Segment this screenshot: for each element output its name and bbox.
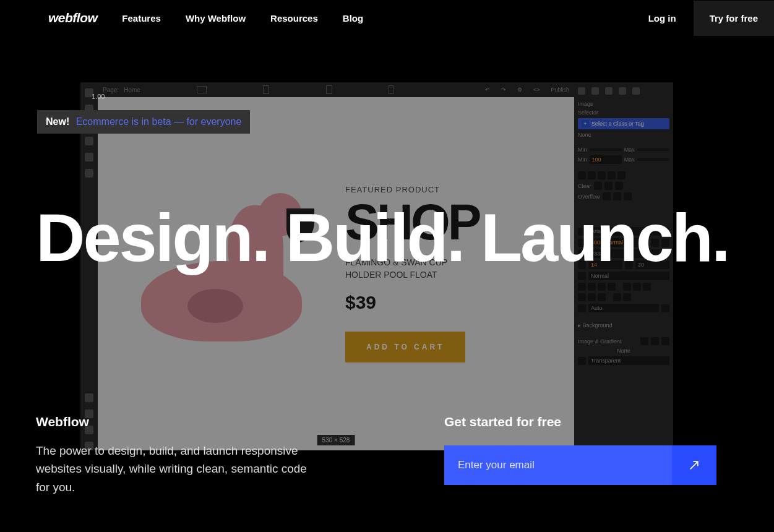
device-tablet-icon[interactable] <box>263 85 269 94</box>
export-icon[interactable]: ⚙ <box>517 87 522 93</box>
effects-tab-icon[interactable] <box>632 87 640 95</box>
align-c-icon[interactable] <box>588 283 596 291</box>
assets-icon[interactable] <box>85 153 93 161</box>
disp-none-icon[interactable] <box>617 171 626 179</box>
nav-link-features[interactable]: Features <box>122 13 161 24</box>
selector-label: Selector <box>578 109 669 116</box>
bg-img-icon[interactable] <box>640 337 648 345</box>
bg-swatch-icon[interactable] <box>578 357 586 365</box>
nav-link-why[interactable]: Why Webflow <box>186 13 246 24</box>
try-free-button[interactable]: Try for free <box>694 1 774 36</box>
settings-icon[interactable] <box>85 169 93 178</box>
nav-link-resources[interactable]: Resources <box>270 13 318 24</box>
more-type-select[interactable]: Auto <box>588 304 659 312</box>
redo-icon[interactable]: ↷ <box>501 87 506 93</box>
max-w-input[interactable] <box>637 148 669 151</box>
deco-o-icon[interactable] <box>643 283 651 291</box>
logo[interactable]: webflow <box>48 11 97 25</box>
nav-right: Log in Try for free <box>631 1 774 36</box>
selector-placeholder: Select a Class or Tag <box>591 121 644 127</box>
disp-grid-icon[interactable] <box>608 171 616 179</box>
max-h-input[interactable] <box>637 158 669 161</box>
version-label: 1.00 <box>92 93 105 100</box>
tt-cap-icon[interactable] <box>598 293 606 301</box>
clear-right-icon[interactable] <box>604 182 613 190</box>
max-label2: Max <box>624 157 635 163</box>
arrow-icon <box>688 459 700 471</box>
nav-links: Features Why Webflow Resources Blog <box>122 13 363 24</box>
email-input[interactable] <box>444 445 672 485</box>
disp-inline-icon[interactable] <box>588 171 596 179</box>
sub-body: The power to design, build, and launch r… <box>36 442 308 496</box>
bg-color-icon[interactable] <box>661 337 669 345</box>
cms-icon[interactable] <box>85 137 93 145</box>
clear-both-icon[interactable] <box>615 182 623 190</box>
align-r-icon[interactable] <box>598 283 606 291</box>
background-section-label: ▸ Background <box>578 322 669 328</box>
breadcrumb-home[interactable]: Home <box>124 87 140 93</box>
device-desktop-icon[interactable] <box>197 86 207 93</box>
inherit-none: None <box>578 132 669 138</box>
dir-ltr-icon[interactable] <box>613 293 621 301</box>
publish-button[interactable]: Publish <box>551 87 569 93</box>
image-gradient-label: Image & Gradient <box>578 338 622 345</box>
manager-tab-icon[interactable] <box>605 87 613 95</box>
selector-plus-icon[interactable]: + <box>582 120 589 127</box>
max-label: Max <box>624 147 635 153</box>
selector-field[interactable]: + Select a Class or Tag <box>578 118 669 129</box>
nav-link-blog[interactable]: Blog <box>343 13 363 24</box>
designer-topbar: Page: Home ↶ ↷ ⚙ <> Publish <box>98 82 574 97</box>
submit-button[interactable] <box>672 445 716 485</box>
email-form <box>444 445 716 485</box>
min-label: Min <box>578 147 587 153</box>
disp-flex-icon[interactable] <box>598 171 606 179</box>
min-w-input[interactable] <box>590 148 622 151</box>
align-j-icon[interactable] <box>608 283 616 291</box>
dir-rtl-icon[interactable] <box>623 293 631 301</box>
signup-title: Get started for free <box>444 414 716 429</box>
min-label2: Min <box>578 157 587 163</box>
hero-title: Design. Build. Launch. <box>36 198 729 277</box>
tt-upper-icon[interactable] <box>578 293 586 301</box>
image-section-label: Image <box>578 101 669 107</box>
subhead: Webflow The power to design, build, and … <box>36 414 308 496</box>
badge-new: New! <box>46 116 69 127</box>
product-price: $39 <box>345 292 479 313</box>
style-tab-icon[interactable] <box>578 87 585 95</box>
canvas-dimensions: 530 × 528 <box>317 435 355 445</box>
sub-title: Webflow <box>36 414 308 429</box>
bg-grad-icon[interactable] <box>651 337 659 345</box>
bg-transparent[interactable]: Transparent <box>588 356 669 365</box>
align-l-icon[interactable] <box>578 283 586 291</box>
help-icon[interactable] <box>85 393 93 402</box>
top-nav: webflow Features Why Webflow Resources B… <box>0 0 774 36</box>
breadcrumb-page-label: Page: <box>103 87 119 93</box>
deco-u-icon[interactable] <box>623 283 631 291</box>
device-tablet2-icon[interactable] <box>326 85 332 94</box>
device-phone-icon[interactable] <box>389 85 393 94</box>
min-h-input[interactable]: 100 <box>590 155 622 164</box>
clear-label: Clear <box>578 183 591 189</box>
interact-tab-icon[interactable] <box>619 87 626 95</box>
signup-block: Get started for free <box>444 414 716 485</box>
tt-lower-icon[interactable] <box>588 293 596 301</box>
badge-text: Ecommerce is in beta — for everyone <box>76 116 242 127</box>
announcement-badge[interactable]: New! Ecommerce is in beta — for everyone <box>37 110 250 134</box>
settings-tab-icon[interactable] <box>591 87 599 95</box>
add-to-cart-button[interactable]: ADD TO CART <box>345 332 465 363</box>
login-link[interactable]: Log in <box>631 13 694 24</box>
clear-left-icon[interactable] <box>594 182 602 190</box>
more-settings-icon[interactable] <box>661 304 669 312</box>
bg-none: None <box>617 348 630 354</box>
undo-icon[interactable]: ↶ <box>485 87 490 93</box>
deco-s-icon[interactable] <box>633 283 641 291</box>
code-icon[interactable]: <> <box>533 87 540 93</box>
more-type-icon[interactable] <box>578 304 586 312</box>
featured-label: FEATURED PRODUCT <box>345 185 479 194</box>
disp-block-icon[interactable] <box>578 171 586 179</box>
